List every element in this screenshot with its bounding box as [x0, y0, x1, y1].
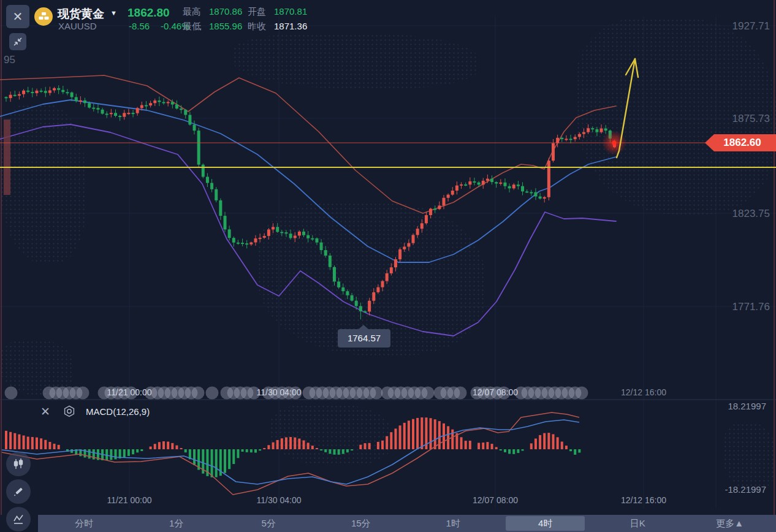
candlestick-layer: [4, 85, 616, 319]
clipped-axis-label: 95: [4, 54, 15, 66]
time-label: 12/07 08:00: [473, 387, 518, 397]
time-label: 12/07 08:00: [473, 495, 518, 505]
macd-min-label: -18.21997: [687, 484, 766, 495]
instrument-symbol: XAUUSD: [58, 21, 97, 31]
last-price: 1862.80: [127, 6, 170, 20]
chevron-down-icon[interactable]: ▼: [110, 9, 117, 17]
timeframe-toolbar: 分时1分5分15分1时4时日K更多▲: [38, 515, 776, 532]
macd-dif-line: [2, 420, 579, 484]
chart-type-candle-button[interactable]: [6, 452, 31, 476]
collapse-button[interactable]: [9, 33, 26, 50]
tab-15分[interactable]: 15分: [315, 515, 408, 532]
time-label: 12/12 16:00: [621, 495, 666, 505]
tab-更多▲[interactable]: 更多▲: [684, 515, 776, 532]
indicator-button[interactable]: [6, 507, 31, 531]
time-label: 11/30 04:00: [257, 495, 302, 505]
gold-coin-icon: [34, 7, 53, 26]
macd-indicator-label[interactable]: MACD(12,26,9): [86, 406, 150, 417]
collapse-arrows-icon: [13, 37, 23, 47]
wave-line-icon: [12, 512, 25, 526]
stat-value: 1870.86: [209, 6, 242, 17]
pencil-icon: [12, 485, 25, 498]
stat-value: 1870.81: [274, 6, 307, 17]
boll-upper-line: [0, 75, 616, 213]
stat-label: 开盘: [248, 6, 266, 18]
time-label: 11/30 04:00: [257, 387, 302, 397]
last-price-dot: [612, 141, 617, 145]
price-axis-label: 1771.76: [702, 301, 770, 313]
tab-分时[interactable]: 分时: [38, 515, 131, 532]
macd-max-label: 18.21997: [687, 401, 766, 411]
current-price-badge: 1862.60: [705, 134, 776, 151]
tab-1分[interactable]: 1分: [131, 515, 223, 532]
tab-1时[interactable]: 1时: [407, 515, 500, 532]
close-icon: ✕: [13, 9, 23, 24]
boll-lower-line: [0, 124, 616, 336]
stat-label: 最低: [183, 21, 201, 32]
time-label: 12/12 16:00: [621, 387, 666, 397]
trading-app-window: ✕ 95 现货黄金 ▼ XAUUSD 1862.80 -8.56 -0.46% …: [0, 0, 776, 532]
stat-label: 最高: [183, 6, 201, 18]
price-change: -8.56: [129, 21, 150, 31]
close-button[interactable]: ✕: [6, 5, 29, 28]
candlestick-icon: [12, 457, 25, 471]
bollinger-bands: [0, 75, 616, 336]
time-label: 11/21 00:00: [107, 495, 152, 505]
instrument-title[interactable]: 现货黄金: [58, 6, 104, 22]
candlestick-chart-canvas[interactable]: [0, 0, 776, 532]
macd-close-icon[interactable]: ✕: [40, 405, 50, 419]
macd-histogram: [5, 417, 580, 477]
draw-tool-button[interactable]: [6, 479, 31, 504]
price-axis-label: 1823.75: [702, 208, 770, 220]
tab-4时[interactable]: 4时: [500, 515, 592, 532]
ghost-candle: [4, 120, 10, 195]
price-axis-label: 1875.73: [702, 113, 770, 125]
time-label: 11/21 00:00: [107, 387, 152, 397]
stat-value: 1855.96: [209, 21, 242, 31]
stat-value: 1871.36: [274, 21, 307, 31]
low-price-callout: 1764.57: [338, 329, 390, 348]
tab-5分[interactable]: 5分: [223, 515, 315, 532]
gear-icon[interactable]: [63, 405, 76, 420]
stat-label: 昨收: [248, 21, 266, 32]
price-axis-label: 1927.71: [702, 20, 770, 32]
tab-日K[interactable]: 日K: [592, 515, 684, 532]
